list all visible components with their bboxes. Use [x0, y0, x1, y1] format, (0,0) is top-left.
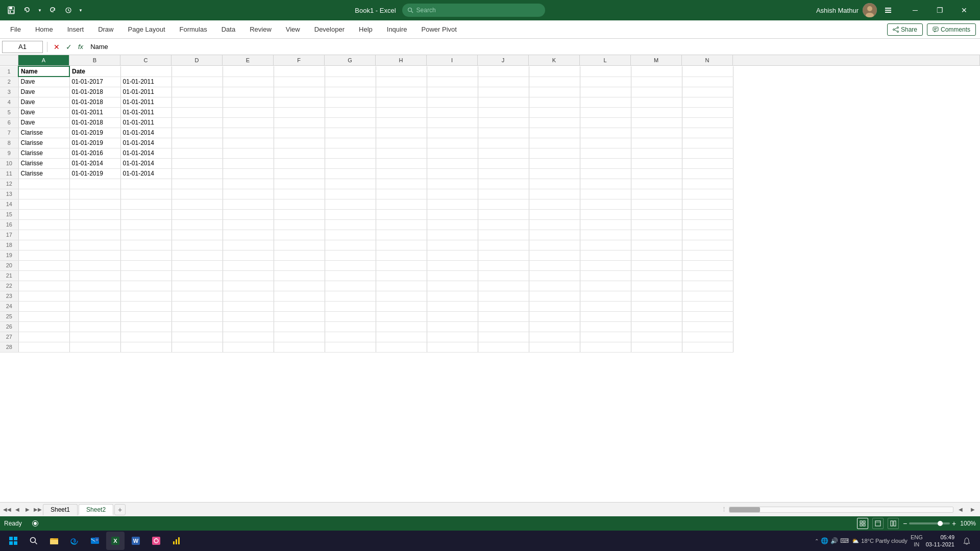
- cell-G24[interactable]: [325, 301, 376, 311]
- cell-K10[interactable]: [529, 158, 580, 168]
- cell-A1[interactable]: Name: [18, 66, 69, 77]
- page-layout-view-button[interactable]: [872, 518, 884, 529]
- cell-H4[interactable]: [376, 97, 427, 107]
- cell-D13[interactable]: [172, 189, 223, 199]
- autosave-button[interactable]: [61, 3, 76, 17]
- cell-K19[interactable]: [529, 250, 580, 260]
- cell-C16[interactable]: [120, 219, 172, 230]
- cell-L18[interactable]: [580, 240, 631, 250]
- row-number[interactable]: 28: [0, 342, 18, 352]
- cell-I20[interactable]: [427, 260, 478, 270]
- cell-K8[interactable]: [529, 138, 580, 148]
- cell-A27[interactable]: [18, 332, 69, 342]
- sheet-tab-sheet1[interactable]: Sheet1: [43, 504, 78, 515]
- cell-G3[interactable]: [325, 87, 376, 97]
- cell-N21[interactable]: [682, 270, 733, 281]
- cell-K22[interactable]: [529, 281, 580, 291]
- cell-A13[interactable]: [18, 189, 69, 199]
- cell-F12[interactable]: [274, 179, 325, 189]
- search-input[interactable]: [416, 7, 529, 14]
- cell-C13[interactable]: [120, 189, 172, 199]
- cell-I15[interactable]: [427, 209, 478, 219]
- cell-C25[interactable]: [120, 311, 172, 321]
- cell-C22[interactable]: [120, 281, 172, 291]
- cell-J13[interactable]: [478, 189, 529, 199]
- cell-reference-box[interactable]: A1: [2, 41, 43, 53]
- row-number[interactable]: 26: [0, 321, 18, 332]
- cell-N13[interactable]: [682, 189, 733, 199]
- col-header-G[interactable]: G: [325, 55, 376, 65]
- cell-C23[interactable]: [120, 291, 172, 301]
- cell-H18[interactable]: [376, 240, 427, 250]
- cell-H25[interactable]: [376, 311, 427, 321]
- cell-E24[interactable]: [223, 301, 274, 311]
- cell-F26[interactable]: [274, 321, 325, 332]
- cell-F7[interactable]: [274, 128, 325, 138]
- confirm-formula-icon[interactable]: ✓: [64, 42, 74, 52]
- col-header-M[interactable]: M: [631, 55, 682, 65]
- cell-H17[interactable]: [376, 230, 427, 240]
- col-header-J[interactable]: J: [478, 55, 529, 65]
- chevron-icon[interactable]: ⌃: [815, 538, 819, 544]
- cell-C7[interactable]: 01-01-2014: [120, 128, 172, 138]
- row-number[interactable]: 22: [0, 281, 18, 291]
- cell-N2[interactable]: [682, 77, 733, 87]
- cell-A14[interactable]: [18, 199, 69, 209]
- row-number[interactable]: 20: [0, 260, 18, 270]
- cell-A24[interactable]: [18, 301, 69, 311]
- cell-C19[interactable]: [120, 250, 172, 260]
- cell-B13[interactable]: [69, 189, 120, 199]
- cell-K28[interactable]: [529, 342, 580, 352]
- paint-button[interactable]: [147, 532, 165, 550]
- cell-C28[interactable]: [120, 342, 172, 352]
- tab-review[interactable]: Review: [243, 20, 278, 38]
- row-number[interactable]: 9: [0, 148, 18, 158]
- cell-J26[interactable]: [478, 321, 529, 332]
- cell-L27[interactable]: [580, 332, 631, 342]
- cell-B6[interactable]: 01-01-2018: [69, 117, 120, 128]
- cell-J3[interactable]: [478, 87, 529, 97]
- row-number[interactable]: 14: [0, 199, 18, 209]
- cell-I24[interactable]: [427, 301, 478, 311]
- row-number[interactable]: 27: [0, 332, 18, 342]
- tab-formulas[interactable]: Formulas: [174, 20, 213, 38]
- cell-A19[interactable]: [18, 250, 69, 260]
- cell-N9[interactable]: [682, 148, 733, 158]
- notification-button[interactable]: [958, 532, 976, 550]
- zoom-minus[interactable]: −: [903, 519, 907, 528]
- cell-F16[interactable]: [274, 219, 325, 230]
- cell-M1[interactable]: [631, 66, 682, 77]
- cell-N11[interactable]: [682, 168, 733, 179]
- cell-J28[interactable]: [478, 342, 529, 352]
- cell-C5[interactable]: 01-01-2011: [120, 107, 172, 117]
- keyboard-icon[interactable]: ⌨: [840, 537, 849, 544]
- cell-F14[interactable]: [274, 199, 325, 209]
- cell-E12[interactable]: [223, 179, 274, 189]
- cell-I23[interactable]: [427, 291, 478, 301]
- cell-D7[interactable]: [172, 128, 223, 138]
- cell-B23[interactable]: [69, 291, 120, 301]
- cell-F2[interactable]: [274, 77, 325, 87]
- cell-N22[interactable]: [682, 281, 733, 291]
- cell-J20[interactable]: [478, 260, 529, 270]
- cell-J7[interactable]: [478, 128, 529, 138]
- cell-M19[interactable]: [631, 250, 682, 260]
- cell-A9[interactable]: Clarisse: [18, 148, 69, 158]
- cell-K2[interactable]: [529, 77, 580, 87]
- sheet-nav-prev[interactable]: ◀: [12, 505, 22, 515]
- cell-D28[interactable]: [172, 342, 223, 352]
- scroll-left-button[interactable]: ◀: [955, 505, 966, 515]
- cell-K3[interactable]: [529, 87, 580, 97]
- cell-A21[interactable]: [18, 270, 69, 281]
- cell-L26[interactable]: [580, 321, 631, 332]
- cell-D2[interactable]: [172, 77, 223, 87]
- cell-K25[interactable]: [529, 311, 580, 321]
- row-number[interactable]: 19: [0, 250, 18, 260]
- cell-C12[interactable]: [120, 179, 172, 189]
- cell-K21[interactable]: [529, 270, 580, 281]
- cell-L24[interactable]: [580, 301, 631, 311]
- cell-H21[interactable]: [376, 270, 427, 281]
- cell-L8[interactable]: [580, 138, 631, 148]
- cell-M24[interactable]: [631, 301, 682, 311]
- cell-L28[interactable]: [580, 342, 631, 352]
